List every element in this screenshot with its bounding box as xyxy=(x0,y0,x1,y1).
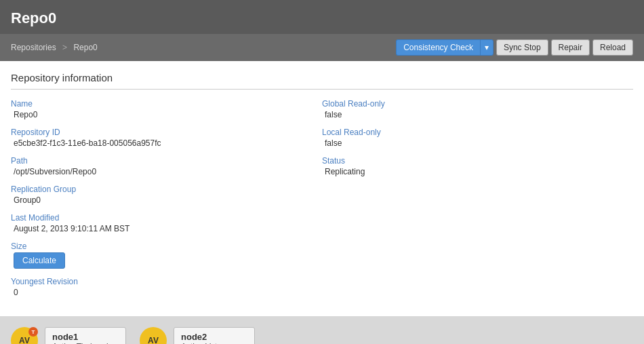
global-readonly-label: Global Read-only xyxy=(322,99,620,109)
path-label: Path xyxy=(11,156,308,166)
consistency-check-group: Consistency Check ▾ xyxy=(396,39,494,56)
repository-info-title: Repository information xyxy=(11,72,633,90)
youngest-revision-value: 0 xyxy=(11,288,308,297)
main-content: Repository information Name Repo0 Reposi… xyxy=(0,61,644,316)
info-repo-id: Repository ID e5cbe3f2-f1c3-11e6-ba18-00… xyxy=(11,128,308,148)
last-modified-value: August 2, 2013 9:10:11 AM BST xyxy=(11,224,308,233)
size-value: Calculate xyxy=(11,252,308,269)
breadcrumb: Repositories > Repo0 xyxy=(11,43,98,52)
local-readonly-value: false xyxy=(322,138,620,148)
global-readonly-value: false xyxy=(322,110,620,119)
page-header: Repo0 xyxy=(0,0,644,34)
node-avatar-2: AV xyxy=(140,327,167,344)
consistency-check-button[interactable]: Consistency Check xyxy=(396,39,480,56)
info-youngest-revision: Youngest Revision 0 xyxy=(11,277,308,297)
info-last-modified: Last Modified August 2, 2013 9:10:11 AM … xyxy=(11,213,308,233)
node-avatar-1: AV T xyxy=(11,327,38,344)
calculate-button[interactable]: Calculate xyxy=(14,252,65,269)
repo-id-value: e5cbe3f2-f1c3-11e6-ba18-005056a957fc xyxy=(11,138,308,148)
info-replication-group: Replication Group Group0 xyxy=(11,185,308,205)
node-name-2: node2 xyxy=(181,332,247,342)
node-info-1: node1 Active Tie-breaker ✔ 0 pending xyxy=(45,327,126,344)
replication-group-value: Group0 xyxy=(11,195,308,205)
reload-button[interactable]: Reload xyxy=(592,39,633,56)
dropdown-arrow-icon: ▾ xyxy=(485,43,489,52)
breadcrumb-bar: Repositories > Repo0 Consistency Check ▾… xyxy=(0,34,644,61)
last-modified-label: Last Modified xyxy=(11,213,308,223)
node-box-1: node1 Active Tie-breaker xyxy=(45,327,126,344)
name-label: Name xyxy=(11,99,308,109)
node-info-2: node2 Active Voter ✔ 0 pending xyxy=(174,327,255,344)
info-col-right: Global Read-only false Local Read-only f… xyxy=(322,99,633,305)
replication-group-label: Replication Group xyxy=(11,185,308,194)
repair-button[interactable]: Repair xyxy=(551,39,590,56)
breadcrumb-repositories-link[interactable]: Repositories xyxy=(11,43,56,52)
node-badge-1: T xyxy=(28,327,38,337)
info-local-readonly: Local Read-only false xyxy=(322,128,620,148)
node-card-1: AV T node1 Active Tie-breaker ✔ 0 pendin… xyxy=(11,327,126,344)
path-value: /opt/Subversion/Repo0 xyxy=(11,167,308,176)
node-box-2: node2 Active Voter xyxy=(174,327,255,344)
sync-stop-button[interactable]: Sync Stop xyxy=(496,39,548,56)
local-readonly-label: Local Read-only xyxy=(322,128,620,137)
nodes-section: AV T node1 Active Tie-breaker ✔ 0 pendin… xyxy=(0,316,644,344)
consistency-check-dropdown-button[interactable]: ▾ xyxy=(480,39,494,56)
youngest-revision-label: Youngest Revision xyxy=(11,277,308,286)
repository-info-grid: Name Repo0 Repository ID e5cbe3f2-f1c3-1… xyxy=(11,99,633,305)
breadcrumb-separator: > xyxy=(62,43,67,52)
info-col-left: Name Repo0 Repository ID e5cbe3f2-f1c3-1… xyxy=(11,99,322,305)
status-value: Replicating xyxy=(322,167,620,176)
node-card-2: AV node2 Active Voter ✔ 0 pending xyxy=(140,327,255,344)
repo-id-label: Repository ID xyxy=(11,128,308,137)
page-title: Repo0 xyxy=(11,9,633,27)
info-size: Size Calculate xyxy=(11,242,308,269)
size-label: Size xyxy=(11,242,308,251)
breadcrumb-actions: Consistency Check ▾ Sync Stop Repair Rel… xyxy=(396,39,633,56)
breadcrumb-current: Repo0 xyxy=(73,43,97,52)
node-name-1: node1 xyxy=(52,332,119,342)
info-path: Path /opt/Subversion/Repo0 xyxy=(11,156,308,176)
info-name: Name Repo0 xyxy=(11,99,308,119)
status-label: Status xyxy=(322,156,620,166)
info-global-readonly: Global Read-only false xyxy=(322,99,620,119)
name-value: Repo0 xyxy=(11,110,308,119)
info-status: Status Replicating xyxy=(322,156,620,176)
